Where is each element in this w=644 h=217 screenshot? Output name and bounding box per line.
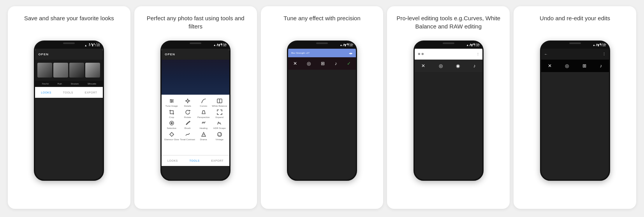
phone2-tab-export[interactable]: EXPORT [211, 159, 224, 162]
tune-image-icon [168, 98, 176, 104]
main-container: Save and share your favorite looks ▲▲▲ 7… [0, 0, 644, 217]
crop-label: Crop [169, 116, 174, 119]
tool-drama[interactable]: Drama [196, 131, 211, 141]
confirm-icon[interactable]: ✓ [347, 61, 351, 66]
card-tools-filters: Perfect any photo fast using tools and f… [134, 6, 257, 209]
phone2-bottom-bar: LOOKS TOOLS EXPORT [162, 155, 229, 166]
eye4-icon[interactable]: ◉ [456, 63, 460, 69]
phone5: ▲⊿▮ 7:00 ▲⊿▮ 7:00 ← ⋮ [540, 41, 610, 181]
drama-label: Drama [200, 138, 207, 141]
cancel-icon[interactable]: ✕ [293, 61, 297, 66]
tool-crop[interactable]: Crop [164, 109, 179, 119]
phone4-nav-icons: ⊕ ⊗ [418, 52, 424, 56]
phone1-content: OPEN [35, 49, 103, 98]
thumb1[interactable] [37, 63, 52, 78]
card-precision: Tune any effect with precision ▲⊿▮ 7:00 … [261, 6, 384, 209]
phone1: ▲▲▲ 7:00 ▲ ⊿ ▮ 7:00 OPEN [34, 41, 104, 181]
glamour-icon [168, 131, 176, 138]
phone3-inner: ▲⊿▮ 7:00 Blur Strength +27 ◀▶ [288, 42, 356, 180]
phone5-status: ▲⊿▮ 7:00 [596, 42, 606, 45]
blur-value: ◀▶ [349, 52, 353, 55]
drama-icon [200, 131, 208, 138]
expand-icon [216, 109, 223, 115]
tool-expand[interactable]: Expand [212, 109, 227, 119]
brush-icon [184, 120, 192, 126]
card5-title: Undo and re-edit your edits [537, 14, 612, 35]
svg-point-8 [171, 102, 172, 103]
tool-details[interactable]: Details [180, 98, 195, 108]
grid-icon[interactable]: ⊞ [321, 61, 325, 66]
wb-icon [216, 98, 223, 104]
phone1-inner: ▲ ⊿ ▮ 7:00 OPEN [35, 42, 103, 180]
thumb4[interactable] [85, 63, 100, 78]
tab-tools[interactable]: TOOLS [63, 91, 73, 94]
healing-icon [200, 120, 208, 126]
svg-marker-9 [185, 99, 190, 103]
back-icon[interactable]: ← [544, 52, 548, 56]
bell4-icon[interactable]: ♪ [473, 63, 476, 69]
card4-title: Pro-level editing tools e.g.Curves, Whit… [392, 14, 504, 35]
thumb2[interactable] [53, 63, 68, 78]
tool-selective[interactable]: Selective [164, 120, 179, 130]
tool-glamour[interactable]: Glamour Glow [164, 131, 179, 141]
cancel4-icon[interactable]: ✕ [421, 63, 425, 69]
expand-label: Expand [216, 116, 223, 119]
signal-icon: ▲ [84, 44, 87, 47]
more5-icon[interactable]: ⋮ [602, 52, 606, 56]
brush-label: Brush [185, 127, 191, 130]
circle4-icon[interactable]: ◎ [439, 63, 443, 69]
tool-rotate[interactable]: Rotate [180, 109, 195, 119]
phone2-tools-grid: Tune Image Details Curves [162, 95, 229, 155]
phone1-header: OPEN [35, 49, 103, 60]
tune-image-label: Tune Image [165, 105, 178, 108]
svg-point-14 [171, 122, 172, 124]
phone1-open-label: OPEN [38, 53, 49, 56]
phone2-open-label: OPEN [165, 53, 175, 56]
thumb1-img [37, 63, 52, 78]
card3-title: Tune any effect with precision [281, 14, 363, 35]
phone4-controls: ✕ ◎ ◉ ♪ [415, 60, 482, 72]
phone1-speaker [63, 42, 75, 44]
circle-icon[interactable]: ◎ [307, 61, 311, 66]
tab-looks[interactable]: LOOKS [41, 91, 51, 94]
phone2-content: OPEN Tune Image [162, 49, 229, 166]
tool-tune-image[interactable]: Tune Image [164, 98, 179, 108]
phone3-status: ▲⊿▮ 7:00 [343, 42, 354, 45]
phone5-inner: ▲⊿▮ 7:00 ← ⋮ [541, 42, 609, 180]
healing-label: Healing [200, 127, 208, 130]
card-pro-editing: Pro-level editing tools e.g.Curves, Whit… [387, 6, 510, 209]
tool-healing[interactable]: Healing [196, 120, 211, 130]
details-icon [184, 98, 192, 104]
phone4-status: ▲⊿▮ 7:00 [469, 42, 480, 45]
cancel5-icon[interactable]: ✕ [548, 63, 552, 69]
thumb3[interactable] [69, 63, 84, 78]
circle5-icon[interactable]: ◎ [565, 63, 569, 69]
thumb4-img [85, 63, 100, 78]
thumb2-img [53, 63, 68, 78]
hdr-label: HDR Scape [213, 127, 226, 130]
vintage-label: Vintage [216, 138, 223, 141]
crop-icon [168, 109, 176, 115]
tool-perspective[interactable]: Perspective [196, 109, 211, 119]
tool-tonal[interactable]: Tonal Contrast [180, 131, 195, 141]
tool-curves[interactable]: Curves [196, 98, 211, 108]
perspective-icon [200, 109, 208, 115]
phone2-tab-looks[interactable]: LOOKS [167, 159, 178, 162]
phone3: ▲⊿▮ 7:00 ▲⊿▮ 7:00 Blur Strength +27 ◀▶ [287, 41, 357, 181]
bell5-icon[interactable]: ♪ [600, 63, 602, 69]
tool-brush[interactable]: Brush [180, 120, 195, 130]
phone4-more-icon[interactable]: ⋮ [477, 53, 479, 56]
tool-vintage[interactable]: Vintage [212, 131, 227, 141]
tab-export[interactable]: EXPORT [85, 91, 97, 94]
grid5-icon[interactable]: ⊞ [582, 63, 586, 69]
wb-label: White Balance [212, 105, 227, 108]
thumb-label2: Push [58, 83, 62, 85]
phone3-content: Blur Strength +27 ◀▶ [288, 49, 356, 70]
svg-line-15 [186, 122, 189, 125]
phone2-tab-tools[interactable]: TOOLS [190, 159, 200, 162]
bell-icon[interactable]: ♪ [335, 61, 337, 66]
tonal-label: Tonal Contrast [180, 138, 195, 141]
tool-white-balance[interactable]: White Balance [212, 98, 227, 108]
tool-hdr[interactable]: HDR Scape [212, 120, 227, 130]
vintage-icon [216, 131, 223, 138]
